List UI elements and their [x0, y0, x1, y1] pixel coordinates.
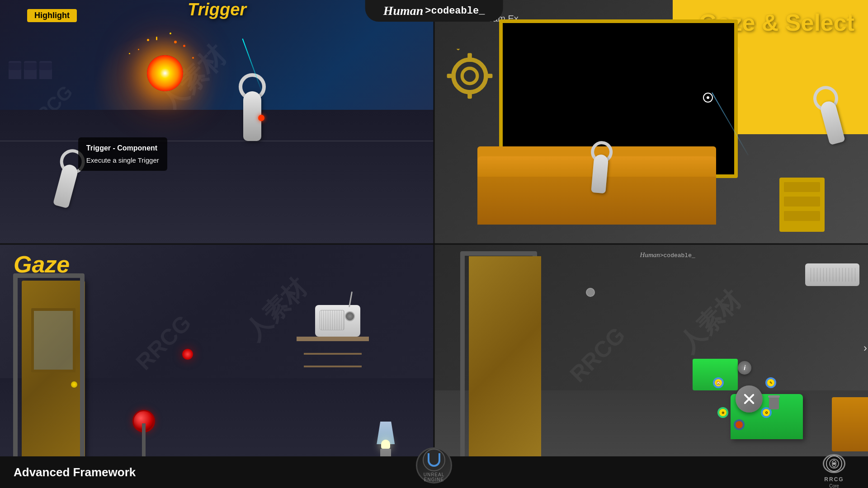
- spark-6: [147, 39, 149, 41]
- spark-3: [183, 45, 185, 47]
- vertical-divider: [434, 0, 435, 488]
- vr-controller-tr2: [584, 140, 615, 197]
- ac-unit: [805, 263, 859, 286]
- menu-dot-icon-1: 🏠: [715, 379, 722, 386]
- menu-dot-green-1[interactable]: ⊕: [717, 407, 728, 418]
- rrcg-svg-icon: [829, 458, 840, 469]
- tl-floor-line: [0, 141, 434, 141]
- gaze-dot-bl: [182, 349, 193, 360]
- ac-vents: [808, 268, 857, 282]
- rrcg-logo: RRCG Core: [814, 456, 854, 488]
- trigger-info-desc: Execute a single Trigger: [86, 155, 159, 166]
- dresser-drawer-2: [784, 197, 820, 206]
- close-menu-button[interactable]: [736, 385, 763, 413]
- bottom-bar: Advanced Framework UNREALENGINE: [0, 456, 868, 488]
- trigger-info-box: Trigger - Component Execute a single Tri…: [78, 137, 167, 171]
- unreal-logo: UNREALENGINE: [416, 447, 452, 483]
- watermark-rrcg-bl: RRCG: [131, 310, 196, 375]
- door-bl: [22, 281, 85, 464]
- door-knob-bl: [71, 381, 77, 388]
- br-logo: Human>codeable_: [640, 251, 695, 259]
- ctrl-body-tr2: [591, 154, 609, 193]
- lamp-bulb: [381, 440, 390, 449]
- svg-rect-2: [467, 53, 472, 62]
- menu-dot-icon-5: [736, 421, 743, 428]
- info-dot[interactable]: i: [738, 361, 751, 375]
- radio-bl: [315, 305, 360, 337]
- shelf-bl: [297, 337, 369, 341]
- bracket-bl: [757, 103, 773, 118]
- menu-dot-blue-4[interactable]: [734, 419, 745, 430]
- svg-rect-3: [467, 90, 472, 99]
- yellow-sofa-br: [832, 397, 868, 451]
- menu-dot-icon-4: ⚙: [763, 409, 770, 416]
- menu-dot-icon-2: ✎: [767, 379, 774, 386]
- svg-point-1: [462, 68, 477, 84]
- vr-controller-right-tl: [234, 73, 270, 145]
- svg-rect-5: [484, 74, 492, 78]
- ctrl-body-tr: [819, 100, 845, 145]
- radio-speaker: [320, 310, 344, 331]
- menu-dot-icon-3: ⊕: [719, 409, 726, 416]
- gaze-title: Gaze: [14, 251, 70, 278]
- door-window-bl: [31, 308, 75, 372]
- spark-1: [174, 41, 177, 43]
- fire-core: [147, 55, 183, 91]
- spark-8: [129, 53, 130, 54]
- main-container: Human >codeable_ RRCG 人素材 Trigger Highli…: [0, 0, 868, 488]
- arrow-right[interactable]: ›: [863, 342, 867, 354]
- spark-5: [138, 49, 139, 50]
- dresser-drawer-1: [784, 182, 820, 192]
- svg-point-9: [833, 462, 835, 465]
- svg-rect-7: [452, 49, 461, 51]
- bracket-tl: [757, 12, 773, 28]
- gaze-cursor-dot: [707, 96, 709, 99]
- rrcg-inner: [826, 455, 842, 472]
- interaction-menu: i 🏠 ✎ ⊕ ⚙: [699, 353, 790, 434]
- logo-codeable-text: >codeable_: [425, 5, 485, 17]
- bottom-bar-right: RRCG Core: [687, 456, 868, 488]
- svg-point-0: [453, 60, 486, 92]
- trash-lid: [768, 395, 780, 398]
- framework-title: Advanced Framework: [14, 465, 136, 479]
- seat-2: [24, 61, 37, 79]
- menu-dot-blue-2[interactable]: ✎: [765, 377, 776, 388]
- quadrant-bottom-left: RRCG 人素材 Gaze: [0, 244, 434, 488]
- unreal-label: UNREALENGINE: [424, 472, 445, 482]
- seat-3: [39, 61, 52, 79]
- rrcg-text: RRCG: [824, 476, 844, 483]
- seats-background: [9, 61, 52, 79]
- radio-dial: [345, 311, 355, 321]
- rrcg-core-text: Core: [829, 483, 839, 488]
- spark-4: [170, 33, 171, 34]
- logo-human-text: Human: [383, 4, 424, 18]
- header-logo: Human >codeable_: [365, 0, 503, 22]
- bottom-bar-left: Advanced Framework: [0, 465, 181, 479]
- unreal-logo-inner: [423, 449, 445, 471]
- door-br: [469, 256, 541, 464]
- bracket-tr: [835, 12, 851, 28]
- door-surface-br: [469, 256, 541, 464]
- quadrant-top-right: RRCG 人素材 Online Stream Ex... Gaze & Sele…: [434, 0, 868, 244]
- ctrl-body-left: [53, 163, 79, 209]
- dresser-tr: [779, 178, 825, 232]
- br-logo-codeable: >codeable_: [660, 252, 695, 259]
- radio-antenna: [349, 291, 353, 307]
- menu-dot-blue-1[interactable]: 🏠: [713, 377, 724, 388]
- fire-explosion: [120, 33, 210, 114]
- svg-rect-4: [447, 74, 456, 78]
- quadrant-bottom-right: RRCG 人素材 Human>codeable_ i: [434, 244, 868, 488]
- trash-icon[interactable]: [769, 398, 779, 409]
- controller-dot-tl: [258, 115, 264, 121]
- highlight-tag: Highlight: [27, 9, 77, 22]
- seat-1: [9, 61, 21, 79]
- bottom-bar-center: UNREALENGINE: [181, 454, 687, 488]
- watermark-people-bl: 人素材: [238, 272, 314, 348]
- quadrant-top-left: RRCG 人素材 Trigger Highlight: [0, 0, 434, 244]
- trigger-title: Trigger: [188, 0, 246, 19]
- gear-icon: [443, 49, 497, 103]
- spark-2: [156, 37, 157, 40]
- unreal-u-shape: [428, 453, 440, 467]
- controller-body-tl: [243, 91, 261, 141]
- dresser-drawer-3: [784, 211, 820, 221]
